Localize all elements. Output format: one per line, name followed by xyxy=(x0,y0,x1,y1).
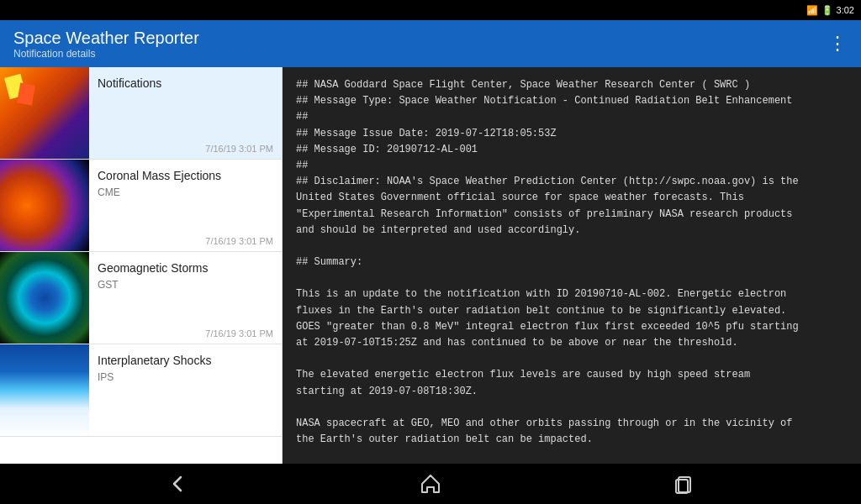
clock: 3:02 xyxy=(837,5,854,15)
app-header: Space Weather Reporter Notification deta… xyxy=(0,20,861,67)
battery-icon: 🔋 xyxy=(821,5,833,16)
item-details: Interplanetary Shocks IPS xyxy=(89,344,282,436)
list-item[interactable]: Geomagnetic Storms GST 7/16/19 3:01 PM xyxy=(0,252,282,344)
recents-button[interactable] xyxy=(672,472,695,496)
item-title: Coronal Mass Ejections xyxy=(98,168,273,183)
item-subtitle: CME xyxy=(98,186,273,229)
item-subtitle: GST xyxy=(98,279,273,322)
item-subtitle xyxy=(98,94,273,137)
item-details: Coronal Mass Ejections CME 7/16/19 3:01 … xyxy=(89,160,282,251)
item-title: Geomagnetic Storms xyxy=(98,260,273,276)
recents-icon xyxy=(672,472,695,496)
header-text: Space Weather Reporter Notification deta… xyxy=(13,29,199,60)
app-title: Space Weather Reporter xyxy=(13,29,199,48)
main-content: Notifications 7/16/19 3:01 PM Coronal Ma… xyxy=(0,67,861,464)
overflow-menu-icon[interactable]: ⋮ xyxy=(828,33,848,55)
item-title: Notifications xyxy=(98,76,273,91)
item-time: 7/16/19 3:01 PM xyxy=(98,144,273,154)
item-details: Notifications 7/16/19 3:01 PM xyxy=(89,67,282,159)
list-item[interactable]: Notifications 7/16/19 3:01 PM xyxy=(0,67,282,160)
item-time: 7/16/19 3:01 PM xyxy=(98,236,273,246)
signal-icon: 📶 xyxy=(806,5,818,16)
svg-marker-0 xyxy=(422,475,439,492)
notification-list: Notifications 7/16/19 3:01 PM Coronal Ma… xyxy=(0,67,283,464)
item-thumbnail-ips xyxy=(0,344,89,436)
app-subtitle: Notification details xyxy=(13,48,199,60)
home-icon xyxy=(419,472,442,496)
item-thumbnail-cme xyxy=(0,160,89,251)
status-bar: 📶 🔋 3:02 xyxy=(0,0,861,20)
bottom-navigation xyxy=(0,464,861,504)
back-button[interactable] xyxy=(166,472,189,496)
home-button[interactable] xyxy=(419,472,442,496)
list-item[interactable]: Interplanetary Shocks IPS xyxy=(0,344,282,437)
item-details: Geomagnetic Storms GST 7/16/19 3:01 PM xyxy=(89,252,282,344)
item-subtitle: IPS xyxy=(98,371,273,424)
status-icons: 📶 🔋 3:02 xyxy=(806,5,854,16)
list-item[interactable]: Coronal Mass Ejections CME 7/16/19 3:01 … xyxy=(0,160,282,252)
detail-panel: ## NASA Goddard Space Flight Center, Spa… xyxy=(283,67,861,464)
item-thumbnail-geomagnetic xyxy=(0,252,89,344)
item-time: 7/16/19 3:01 PM xyxy=(98,328,273,339)
item-title: Interplanetary Shocks xyxy=(98,353,273,368)
back-icon xyxy=(166,472,189,496)
item-thumbnail-notifications xyxy=(0,67,89,159)
